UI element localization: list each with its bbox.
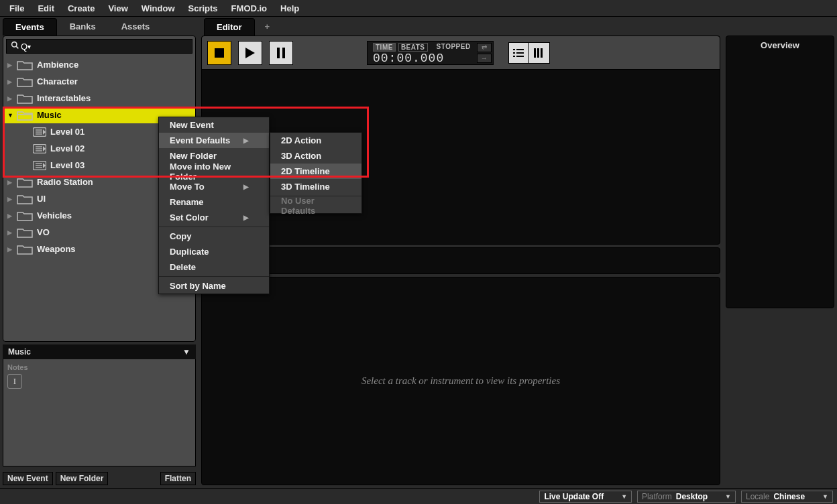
pause-button[interactable]	[269, 41, 293, 65]
loop-button[interactable]: ⇄	[477, 43, 492, 52]
stop-button[interactable]	[207, 41, 231, 65]
ctx-item-label: Rename	[170, 197, 204, 207]
ctx-item-duplicate[interactable]: Duplicate	[159, 244, 269, 259]
flatten-button[interactable]: Flatten	[160, 472, 196, 485]
notes-input[interactable]: I	[7, 374, 22, 389]
svg-marker-11	[43, 146, 46, 151]
tree-item-label: VO	[37, 227, 50, 237]
disclosure-triangle-icon[interactable]: ▶	[7, 62, 15, 68]
new-folder-button[interactable]: New Folder	[56, 472, 109, 485]
menubar: File Edit Create View Window Scripts FMO…	[0, 0, 837, 17]
menu-create[interactable]: Create	[61, 1, 101, 15]
overview-title: Overview	[726, 36, 834, 54]
inspector-placeholder: Select a track or instrument to view its…	[361, 375, 560, 387]
folder-icon	[17, 110, 33, 121]
folder-icon	[17, 93, 33, 104]
tree-item-label: Ambience	[37, 60, 78, 70]
disclosure-triangle-icon[interactable]: ▶	[7, 212, 15, 219]
chevron-down-icon: ▼	[182, 347, 190, 357]
menu-window[interactable]: Window	[135, 1, 182, 15]
search-input[interactable]: Q ▾	[6, 39, 192, 54]
disclosure-triangle-icon[interactable]: ▶	[7, 78, 15, 85]
folder-icon	[17, 194, 33, 204]
overview-panel: Overview	[726, 36, 834, 308]
svg-rect-17	[215, 48, 224, 58]
tab-assets[interactable]: Assets	[109, 17, 163, 36]
ctx-item-label: Duplicate	[170, 247, 209, 257]
follow-button[interactable]: →	[477, 54, 492, 63]
tree-folder-character[interactable]: ▶Character	[3, 73, 195, 90]
tree-folder-ambience[interactable]: ▶Ambience	[3, 56, 195, 73]
svg-marker-18	[245, 48, 255, 58]
disclosure-triangle-icon[interactable]: ▶	[7, 246, 15, 253]
disclosure-triangle-icon[interactable]: ▼	[7, 112, 15, 119]
chevron-right-icon: ▶	[243, 183, 249, 190]
svg-marker-6	[43, 129, 46, 135]
tree-item-label: Interactables	[37, 93, 91, 103]
tab-events[interactable]: Events	[3, 18, 57, 36]
tree-folder-interactables[interactable]: ▶Interactables	[3, 90, 195, 107]
tab-add-button[interactable]: +	[255, 17, 280, 36]
menu-edit[interactable]: Edit	[31, 1, 61, 15]
search-prefix: Q	[21, 42, 27, 52]
browser-tabstrip: Events Banks Assets	[0, 17, 199, 36]
ctx-item-label: Copy	[170, 231, 192, 241]
menu-scripts[interactable]: Scripts	[182, 1, 225, 15]
ctx-item-new-event[interactable]: New Event	[159, 117, 269, 133]
tree-item-label: Music	[37, 110, 62, 120]
selection-panel-title: Music	[8, 347, 31, 357]
tab-editor[interactable]: Editor	[204, 18, 255, 36]
ctx-item-label: 3D Timeline	[281, 182, 330, 192]
locale-label: Locale	[746, 492, 769, 501]
event-icon	[33, 144, 46, 153]
inspector-panel: Select a track or instrument to view its…	[201, 277, 720, 486]
platform-value: Desktop	[676, 492, 708, 501]
ctx-item-label: 2D Action	[281, 135, 321, 145]
folder-icon	[17, 76, 33, 87]
menu-fmod-io[interactable]: FMOD.io	[225, 1, 274, 15]
view-list-button[interactable]	[509, 43, 529, 63]
disclosure-triangle-icon[interactable]: ▶	[7, 229, 15, 236]
disclosure-triangle-icon[interactable]: ▶	[7, 179, 15, 186]
tab-banks[interactable]: Banks	[57, 17, 109, 36]
context-submenu[interactable]: 2D Action3D Action2D Timeline3D Timeline…	[270, 132, 362, 214]
new-event-button[interactable]: New Event	[3, 472, 53, 485]
selection-panel-header[interactable]: Music ▼	[3, 344, 196, 359]
time-mode-time[interactable]: TIME	[373, 43, 396, 52]
ctx-item-2d-action[interactable]: 2D Action	[270, 133, 361, 148]
tree-item-label: Character	[37, 76, 78, 86]
chevron-right-icon: ▶	[243, 214, 249, 221]
ctx-item-move-into-new-folder[interactable]: Move into New Folder	[159, 164, 269, 179]
ctx-item-3d-timeline[interactable]: 3D Timeline	[270, 179, 361, 194]
svg-line-1	[16, 46, 18, 48]
time-mode-beats[interactable]: BEATS	[398, 43, 428, 52]
live-update-toggle[interactable]: Live Update Off▼	[539, 491, 632, 503]
ctx-item-event-defaults[interactable]: Event Defaults▶	[159, 133, 269, 148]
disclosure-triangle-icon[interactable]: ▶	[7, 196, 15, 202]
ctx-item-sort-by-name[interactable]: Sort by Name	[159, 278, 269, 294]
play-button[interactable]	[238, 41, 262, 65]
deck-area	[201, 247, 720, 274]
platform-selector[interactable]: Platform Desktop▼	[637, 491, 736, 503]
ctx-item-copy[interactable]: Copy	[159, 229, 269, 244]
locale-selector[interactable]: Locale Chinese▼	[741, 491, 833, 503]
ctx-item-rename[interactable]: Rename	[159, 194, 269, 210]
ctx-item-set-color[interactable]: Set Color▶	[159, 210, 269, 225]
view-grid-button[interactable]	[529, 43, 549, 63]
disclosure-triangle-icon[interactable]: ▶	[7, 95, 15, 102]
tree-item-label: Level 02	[50, 143, 85, 153]
context-menu[interactable]: New EventEvent Defaults▶New FolderMove i…	[158, 117, 270, 294]
menu-file[interactable]: File	[3, 1, 31, 15]
time-display[interactable]: TIME BEATS STOPPED 00:00.000 ⇄ →	[367, 41, 494, 65]
ctx-item-label: Move into New Folder	[170, 162, 249, 182]
event-icon	[33, 127, 46, 137]
ctx-item-label: Delete	[170, 262, 196, 272]
menu-help[interactable]: Help	[274, 1, 306, 15]
ctx-item-delete[interactable]: Delete	[159, 259, 269, 275]
folder-icon	[17, 177, 33, 188]
svg-rect-21	[513, 49, 515, 50]
menu-view[interactable]: View	[101, 1, 134, 15]
ctx-item-3d-action[interactable]: 3D Action	[270, 148, 361, 164]
locale-value: Chinese	[773, 492, 805, 501]
ctx-item-2d-timeline[interactable]: 2D Timeline	[270, 164, 361, 179]
